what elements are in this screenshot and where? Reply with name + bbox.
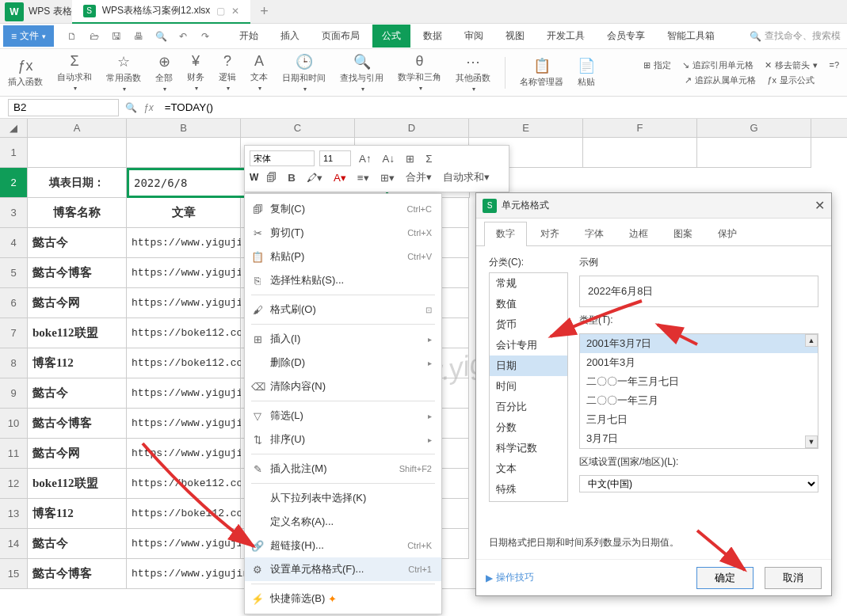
sum-icon[interactable]: Σ xyxy=(422,152,435,165)
math-button[interactable]: θ数学和三角 xyxy=(398,53,441,92)
print-icon[interactable]: 🖶 xyxy=(132,29,146,44)
category-item[interactable]: 百分比 xyxy=(490,397,567,417)
type-item[interactable]: 星期三 xyxy=(580,448,818,449)
cell[interactable]: https://www.yiguji xyxy=(127,378,241,409)
redo-icon[interactable]: ↷ xyxy=(198,29,212,44)
copy-item[interactable]: 🗐复制(C)Ctrl+C xyxy=(245,197,441,221)
select-all-corner[interactable]: ◢ xyxy=(0,119,27,138)
trace-precedents-button[interactable]: ↘ 追踪引用单元格 xyxy=(682,59,754,71)
category-item[interactable]: 数值 xyxy=(490,294,567,314)
new-tab-button[interactable]: + xyxy=(260,3,269,20)
category-item[interactable]: 日期 xyxy=(490,356,567,376)
cell[interactable]: https://www.yiguji xyxy=(127,288,241,318)
cell[interactable]: https://www.yiguji xyxy=(127,228,241,258)
font-color-icon[interactable]: A▾ xyxy=(330,171,349,184)
define-name-item[interactable]: 定义名称(A)... xyxy=(245,510,441,534)
comment-item[interactable]: ✎插入批注(M)Shift+F2 xyxy=(245,457,441,481)
cell[interactable]: boke112联盟 xyxy=(28,318,127,348)
zoom-out-icon[interactable]: 🔍 xyxy=(125,102,137,113)
dialog-tab[interactable]: 字体 xyxy=(573,222,616,245)
border-icon[interactable]: ⊞▾ xyxy=(377,171,398,184)
undo-icon[interactable]: ↶ xyxy=(176,29,190,44)
cell[interactable]: 懿古今 xyxy=(28,228,127,258)
cut-item[interactable]: ✂剪切(T)Ctrl+X xyxy=(245,221,441,245)
cell[interactable]: 懿古今博客 xyxy=(28,559,127,589)
cell-B3[interactable]: 文章 xyxy=(127,198,241,228)
column-header[interactable]: B xyxy=(127,119,241,137)
column-header[interactable]: D xyxy=(355,119,469,137)
cell[interactable]: https://www.yiguji xyxy=(127,258,241,288)
row-header[interactable]: 11 xyxy=(0,439,27,469)
cell-A3[interactable]: 博客名称 xyxy=(28,198,127,228)
category-item[interactable]: 自定义 xyxy=(490,500,567,502)
autosum-button[interactable]: 自动求和▾ xyxy=(440,169,493,185)
financial-button[interactable]: ¥财务 xyxy=(187,53,204,92)
command-search[interactable]: 🔍 查找命令、搜索模 xyxy=(750,29,847,43)
row-header[interactable]: 3 xyxy=(0,198,27,228)
ribbon-tab[interactable]: 页面布局 xyxy=(312,25,369,48)
row-header[interactable]: 2 xyxy=(0,168,27,198)
cancel-button[interactable]: 取消 xyxy=(765,567,822,589)
ribbon-tab[interactable]: 公式 xyxy=(372,25,410,48)
cell-A2[interactable]: 填表日期： xyxy=(28,168,127,198)
cell[interactable]: 博客112 xyxy=(28,348,127,378)
dropdown-list-item[interactable]: 从下拉列表中选择(K) xyxy=(245,486,441,510)
common-functions-button[interactable]: ☆常用函数 xyxy=(106,53,141,93)
ribbon-tab[interactable]: 会员专享 xyxy=(597,25,654,48)
autosum-button[interactable]: Σ自动求和 xyxy=(57,53,92,92)
insert-function-button[interactable]: ƒx插入函数 xyxy=(8,58,43,88)
trace-dependents-button[interactable]: ↗ 追踪从属单元格 xyxy=(685,74,756,86)
dialog-tab[interactable]: 数字 xyxy=(484,222,527,246)
ribbon-tab[interactable]: 开始 xyxy=(230,25,268,48)
fx-icon[interactable]: ƒx xyxy=(143,102,154,113)
lookup-button[interactable]: 🔍查找与引用 xyxy=(340,53,383,93)
cell[interactable]: 懿古今 xyxy=(28,378,127,409)
close-icon[interactable]: ✕ xyxy=(815,198,825,213)
tab-pin-icon[interactable]: ▢ xyxy=(216,6,225,17)
quick-filter-item[interactable]: ⚡快捷筛选(B) ✦ xyxy=(245,587,441,610)
row-header[interactable]: 1 xyxy=(0,138,27,168)
cell[interactable]: 懿古今 xyxy=(28,529,127,559)
column-header[interactable]: E xyxy=(469,119,583,137)
dialog-tab[interactable]: 保护 xyxy=(706,222,749,245)
increase-font-icon[interactable]: A↑ xyxy=(356,152,375,165)
save-icon[interactable]: 🖫 xyxy=(109,29,124,44)
borders-icon[interactable]: ⊞ xyxy=(403,152,418,165)
insert-item[interactable]: ⊞插入(I)▸ xyxy=(245,327,441,351)
row-header[interactable]: 7 xyxy=(0,318,27,348)
file-menu-button[interactable]: ≡ 文件 ▾ xyxy=(3,25,54,47)
cell[interactable]: 懿古今网 xyxy=(28,439,127,469)
scroll-up-icon[interactable]: ▲ xyxy=(805,334,818,347)
highlight-icon[interactable]: 🖍▾ xyxy=(303,171,326,184)
column-header[interactable]: G xyxy=(697,119,811,137)
clear-item[interactable]: ⌫清除内容(N) xyxy=(245,375,441,398)
type-item[interactable]: 2001年3月 xyxy=(580,353,818,372)
cell[interactable]: boke112联盟 xyxy=(28,469,127,499)
type-item[interactable]: 二〇〇一年三月七日 xyxy=(580,372,818,391)
datetime-button[interactable]: 🕒日期和时间 xyxy=(282,53,326,93)
cell[interactable]: https://boke112.cc xyxy=(127,499,241,529)
column-header[interactable]: A xyxy=(28,119,127,137)
close-icon[interactable]: ✕ xyxy=(231,6,239,17)
scroll-down-icon[interactable]: ▼ xyxy=(805,435,818,448)
ribbon-tab[interactable]: 数据 xyxy=(414,25,452,48)
paste-item[interactable]: 📋粘贴(P)Ctrl+V xyxy=(245,245,441,268)
row-header[interactable]: 4 xyxy=(0,228,27,258)
row-header[interactable]: 12 xyxy=(0,469,27,499)
type-item[interactable]: 二〇〇一年三月 xyxy=(580,391,818,410)
bold-icon[interactable]: B xyxy=(284,171,299,184)
ribbon-tab[interactable]: 智能工具箱 xyxy=(658,25,724,48)
row-header[interactable]: 10 xyxy=(0,409,27,439)
category-item[interactable]: 特殊 xyxy=(490,479,567,500)
logical-button[interactable]: ?逻辑 xyxy=(219,53,236,92)
cell[interactable]: 懿古今网 xyxy=(28,288,127,318)
cell[interactable]: https://www.yiguji xyxy=(127,409,241,439)
show-formulas-button[interactable]: ƒx 显示公式 xyxy=(767,74,815,86)
other-functions-button[interactable]: ⋯其他函数 xyxy=(456,53,490,93)
category-item[interactable]: 常规 xyxy=(490,273,567,294)
cell[interactable]: 懿古今博客 xyxy=(28,409,127,439)
copy-icon[interactable]: 🗐 xyxy=(263,171,280,184)
dialog-tab[interactable]: 图案 xyxy=(662,222,704,245)
row-header[interactable]: 5 xyxy=(0,258,27,288)
column-header[interactable]: C xyxy=(241,119,355,137)
